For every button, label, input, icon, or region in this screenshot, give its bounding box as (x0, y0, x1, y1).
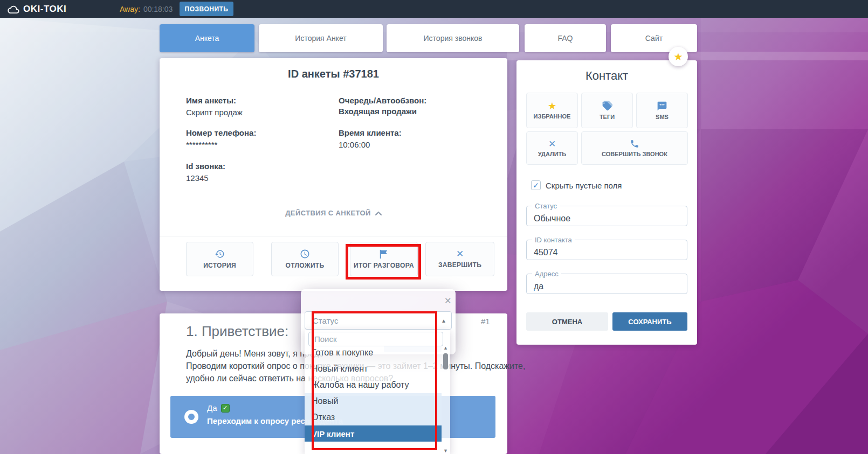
hide-empty-fields-label: Скрыть пустые поля (546, 181, 622, 190)
step-number-badge: #1 (481, 317, 490, 326)
contact-panel: Контакт ★ ИЗБРАННОЕ ТЕГИ SMS ✕ УДАЛИТЬ С… (516, 60, 697, 345)
chevron-up-icon (375, 211, 382, 215)
postpone-button-label: ОТЛОЖИТЬ (286, 262, 325, 269)
app-root: OKI-TOKI Away: 00:18:03 ПОЗВОНИТЬ Анкета… (0, 0, 868, 454)
divider (160, 236, 507, 236)
option-new[interactable]: Новый (305, 393, 442, 409)
caret-up-icon: ▲ (441, 318, 446, 324)
flag-icon (379, 249, 389, 259)
option-ready-to-buy[interactable]: Готов к покупке (305, 345, 442, 361)
popup-close-icon[interactable]: ✕ (444, 297, 451, 305)
sms-button[interactable]: SMS (636, 93, 688, 128)
actions-collapse-toggle[interactable]: ДЕЙСТВИЯ С АНКЕТОЙ (160, 209, 507, 217)
history-button[interactable]: ИСТОРИЯ (186, 242, 253, 276)
sms-button-label: SMS (656, 114, 669, 120)
field-value-phone: ********** (186, 140, 217, 149)
contact-id-input[interactable] (527, 240, 687, 260)
field-label-client-time: Время клиента: (339, 128, 402, 137)
tags-button-label: ТЕГИ (600, 114, 615, 120)
history-icon (215, 249, 225, 259)
option-complaint[interactable]: Жалоба на нашу работу (305, 377, 442, 393)
tab-anketa[interactable]: Анкета (160, 24, 254, 52)
make-call-button-label: СОВЕРШИТЬ ЗВОНОК (602, 151, 667, 157)
field-label-phone: Номер телефона: (186, 128, 256, 137)
tab-call-history[interactable]: История звонков (387, 24, 519, 52)
contact-status-input[interactable] (527, 206, 687, 226)
actions-toggle-label: ДЕЙСТВИЯ С АНКЕТОЙ (285, 209, 371, 217)
make-call-button[interactable]: СОВЕРШИТЬ ЗВОНОК (581, 131, 688, 165)
option-new-client[interactable]: Новый клиент (305, 361, 442, 377)
save-button[interactable]: СОХРАНИТЬ (612, 312, 687, 331)
postpone-button[interactable]: ОТЛОЖИТЬ (271, 242, 339, 276)
finish-button[interactable]: ✕ ЗАВЕРШИТЬ (425, 242, 494, 276)
field-value-call-id: 12345 (186, 173, 209, 183)
field-label-anketa-name: Имя анкеты: (186, 96, 236, 105)
status-dropdown-list: Готов к покупке Новый клиент Жалоба на н… (305, 330, 450, 454)
field-value-client-time: 10:06:00 (339, 140, 370, 149)
contact-id-field: ID контакта (526, 240, 687, 260)
delete-button-label: УДАЛИТЬ (538, 151, 566, 157)
tab-site[interactable]: Сайт (611, 24, 697, 52)
field-label-call-id: Id звонка: (186, 162, 225, 171)
answer-yes-label: Да ✓ (207, 403, 230, 413)
cancel-button[interactable]: ОТМЕНА (526, 312, 608, 331)
status-select-value: Статус (313, 316, 338, 325)
top-navbar: OKI-TOKI Away: 00:18:03 ПОЗВОНИТЬ (0, 0, 868, 18)
phone-icon (630, 139, 639, 149)
history-button-label: ИСТОРИЯ (203, 262, 236, 269)
option-vip-client[interactable]: VIP клиент (305, 425, 442, 442)
close-x-icon: ✕ (548, 139, 556, 149)
call-button[interactable]: ПОЗВОНИТЬ (180, 2, 233, 16)
status-label: Away: (120, 5, 140, 13)
hide-empty-fields-checkbox-row[interactable]: ✓ Скрыть пустые поля (531, 180, 622, 190)
scroll-down-icon[interactable]: ▼ (443, 449, 448, 453)
contact-address-input[interactable] (527, 274, 687, 294)
dropdown-scrollbar[interactable]: ▲ ▼ (442, 345, 450, 454)
tags-icon (602, 101, 612, 111)
check-icon: ✓ (533, 181, 539, 190)
call-result-button-label: ИТОГ РАЗГОВОРА (354, 262, 414, 269)
cloud-logo-icon (8, 5, 19, 13)
tab-faq[interactable]: FAQ (525, 24, 606, 52)
favorites-button[interactable]: ★ ИЗБРАННОЕ (526, 93, 578, 128)
field-label-queue: Очередь/Автообзвон: (339, 96, 426, 105)
field-value-queue: Входящая продажи (339, 107, 417, 116)
status-select[interactable]: Статус ▲ (305, 311, 452, 330)
contact-status-field: Статус (526, 206, 687, 226)
scroll-up-icon[interactable]: ▲ (443, 346, 448, 351)
green-check-icon: ✓ (221, 404, 230, 413)
favorite-badge[interactable]: ★ (669, 47, 688, 66)
brand-logo: OKI-TOKI (8, 4, 66, 15)
status-timer: 00:18:03 (143, 5, 173, 13)
contact-address-field: Адресс (526, 274, 687, 294)
survey-card: ID анкеты #37181 Имя анкеты: Скрипт прод… (160, 58, 507, 291)
star-icon: ★ (548, 101, 556, 111)
clock-icon (300, 249, 310, 259)
favorites-button-label: ИЗБРАННОЕ (534, 113, 571, 120)
survey-title: ID анкеты #37181 (160, 68, 507, 80)
field-value-anketa-name: Скрипт продаж (186, 108, 243, 117)
radio-icon[interactable] (184, 410, 198, 424)
checkbox-checked-icon[interactable]: ✓ (531, 180, 541, 190)
scrollbar-thumb[interactable] (443, 353, 448, 369)
step-heading: 1. Приветствие: (186, 323, 288, 340)
option-search-input[interactable] (308, 332, 443, 346)
call-result-button[interactable]: ИТОГ РАЗГОВОРА (350, 242, 418, 276)
close-x-icon: ✕ (456, 249, 464, 259)
check-icon: ✓ (223, 404, 228, 411)
finish-button-label: ЗАВЕРШИТЬ (438, 261, 481, 269)
brand-name: OKI-TOKI (23, 4, 66, 15)
tags-button[interactable]: ТЕГИ (581, 93, 633, 128)
star-icon: ★ (673, 51, 683, 63)
tab-anket-history[interactable]: История Анкет (259, 24, 383, 52)
sms-icon (657, 101, 667, 111)
contact-panel-title: Контакт (516, 69, 697, 83)
delete-button[interactable]: ✕ УДАЛИТЬ (526, 131, 578, 165)
agent-status: Away: 00:18:03 (120, 0, 173, 18)
option-refusal[interactable]: Отказ (305, 409, 442, 425)
answer-yes-text: Да (207, 403, 217, 413)
